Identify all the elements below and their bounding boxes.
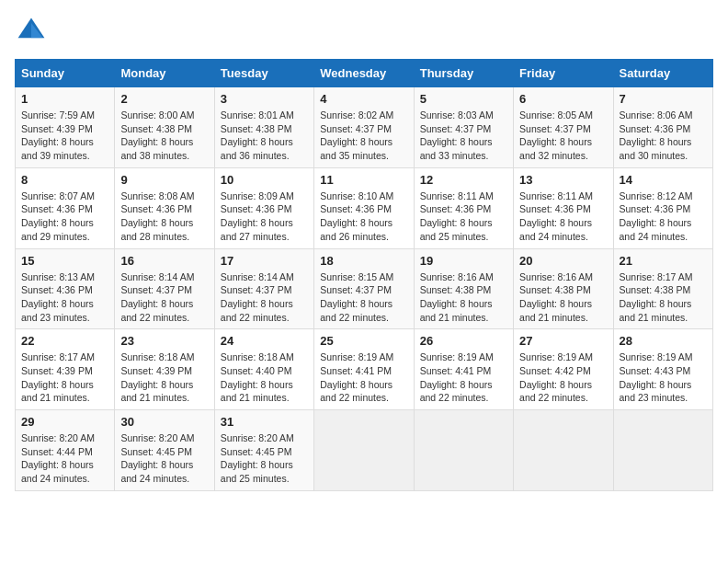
calendar-cell: 21 Sunrise: 8:17 AM Sunset: 4:38 PM Dayl… bbox=[613, 248, 712, 329]
calendar-cell: 16 Sunrise: 8:14 AM Sunset: 4:37 PM Dayl… bbox=[115, 248, 214, 329]
weekday-tuesday: Tuesday bbox=[214, 60, 313, 87]
day-detail: Sunrise: 8:13 AM Sunset: 4:36 PM Dayligh… bbox=[21, 270, 108, 325]
calendar-cell: 19 Sunrise: 8:16 AM Sunset: 4:38 PM Dayl… bbox=[414, 248, 513, 329]
day-detail: Sunrise: 8:12 AM Sunset: 4:36 PM Dayligh… bbox=[620, 190, 707, 244]
day-detail: Sunrise: 8:11 AM Sunset: 4:36 PM Dayligh… bbox=[420, 190, 507, 244]
calendar-cell: 26 Sunrise: 8:19 AM Sunset: 4:41 PM Dayl… bbox=[414, 329, 513, 410]
day-detail: Sunrise: 8:17 AM Sunset: 4:38 PM Dayligh… bbox=[620, 270, 707, 325]
day-detail: Sunrise: 8:08 AM Sunset: 4:36 PM Dayligh… bbox=[120, 190, 208, 244]
day-detail: Sunrise: 8:20 AM Sunset: 4:44 PM Dayligh… bbox=[21, 431, 108, 486]
day-detail: Sunrise: 8:07 AM Sunset: 4:36 PM Dayligh… bbox=[21, 190, 108, 244]
logo-icon bbox=[15, 15, 48, 48]
day-detail: Sunrise: 8:19 AM Sunset: 4:43 PM Dayligh… bbox=[620, 350, 707, 405]
day-detail: Sunrise: 7:59 AM Sunset: 4:39 PM Dayligh… bbox=[21, 109, 108, 163]
day-number: 3 bbox=[221, 92, 308, 106]
logo bbox=[15, 15, 51, 48]
day-number: 7 bbox=[620, 92, 707, 106]
day-number: 8 bbox=[21, 173, 108, 187]
weekday-header: SundayMondayTuesdayWednesdayThursdayFrid… bbox=[16, 60, 713, 87]
day-detail: Sunrise: 8:19 AM Sunset: 4:42 PM Dayligh… bbox=[519, 350, 607, 405]
calendar-cell: 23 Sunrise: 8:18 AM Sunset: 4:39 PM Dayl… bbox=[115, 329, 214, 410]
day-number: 28 bbox=[620, 334, 707, 348]
day-number: 2 bbox=[120, 92, 208, 106]
day-number: 17 bbox=[221, 254, 308, 268]
day-number: 25 bbox=[320, 334, 407, 348]
weekday-friday: Friday bbox=[514, 60, 613, 87]
day-number: 29 bbox=[21, 415, 108, 429]
day-number: 4 bbox=[320, 92, 407, 106]
calendar-cell: 3 Sunrise: 8:01 AM Sunset: 4:38 PM Dayli… bbox=[214, 87, 313, 168]
day-number: 9 bbox=[120, 173, 208, 187]
calendar-cell: 27 Sunrise: 8:19 AM Sunset: 4:42 PM Dayl… bbox=[514, 329, 613, 410]
calendar-cell: 17 Sunrise: 8:14 AM Sunset: 4:37 PM Dayl… bbox=[214, 248, 313, 329]
calendar-cell: 11 Sunrise: 8:10 AM Sunset: 4:36 PM Dayl… bbox=[314, 167, 414, 248]
day-number: 21 bbox=[620, 254, 707, 268]
calendar-week-1: 1 Sunrise: 7:59 AM Sunset: 4:39 PM Dayli… bbox=[16, 87, 713, 168]
calendar-week-5: 29 Sunrise: 8:20 AM Sunset: 4:44 PM Dayl… bbox=[16, 410, 713, 491]
calendar-cell: 28 Sunrise: 8:19 AM Sunset: 4:43 PM Dayl… bbox=[613, 329, 712, 410]
day-detail: Sunrise: 8:17 AM Sunset: 4:39 PM Dayligh… bbox=[21, 350, 108, 405]
calendar-cell: 14 Sunrise: 8:12 AM Sunset: 4:36 PM Dayl… bbox=[613, 167, 712, 248]
day-detail: Sunrise: 8:00 AM Sunset: 4:38 PM Dayligh… bbox=[120, 109, 208, 163]
day-detail: Sunrise: 8:14 AM Sunset: 4:37 PM Dayligh… bbox=[221, 270, 308, 325]
day-number: 26 bbox=[420, 334, 507, 348]
calendar-cell bbox=[514, 410, 613, 491]
calendar-cell: 15 Sunrise: 8:13 AM Sunset: 4:36 PM Dayl… bbox=[16, 248, 115, 329]
calendar-cell: 13 Sunrise: 8:11 AM Sunset: 4:36 PM Dayl… bbox=[514, 167, 613, 248]
calendar-cell: 31 Sunrise: 8:20 AM Sunset: 4:45 PM Dayl… bbox=[214, 410, 313, 491]
calendar-cell: 18 Sunrise: 8:15 AM Sunset: 4:37 PM Dayl… bbox=[314, 248, 414, 329]
day-detail: Sunrise: 8:16 AM Sunset: 4:38 PM Dayligh… bbox=[519, 270, 607, 325]
header bbox=[15, 15, 713, 48]
day-detail: Sunrise: 8:15 AM Sunset: 4:37 PM Dayligh… bbox=[320, 270, 407, 325]
calendar-week-3: 15 Sunrise: 8:13 AM Sunset: 4:36 PM Dayl… bbox=[16, 248, 713, 329]
day-number: 15 bbox=[21, 254, 108, 268]
calendar-cell: 30 Sunrise: 8:20 AM Sunset: 4:45 PM Dayl… bbox=[115, 410, 214, 491]
day-detail: Sunrise: 8:20 AM Sunset: 4:45 PM Dayligh… bbox=[221, 431, 308, 486]
weekday-monday: Monday bbox=[115, 60, 214, 87]
day-detail: Sunrise: 8:18 AM Sunset: 4:39 PM Dayligh… bbox=[120, 350, 208, 405]
day-detail: Sunrise: 8:14 AM Sunset: 4:37 PM Dayligh… bbox=[120, 270, 208, 325]
calendar-cell: 12 Sunrise: 8:11 AM Sunset: 4:36 PM Dayl… bbox=[414, 167, 513, 248]
day-number: 12 bbox=[420, 173, 507, 187]
calendar-cell: 6 Sunrise: 8:05 AM Sunset: 4:37 PM Dayli… bbox=[514, 87, 613, 168]
calendar-week-2: 8 Sunrise: 8:07 AM Sunset: 4:36 PM Dayli… bbox=[16, 167, 713, 248]
day-number: 30 bbox=[120, 415, 208, 429]
calendar-cell: 29 Sunrise: 8:20 AM Sunset: 4:44 PM Dayl… bbox=[16, 410, 115, 491]
calendar-cell: 1 Sunrise: 7:59 AM Sunset: 4:39 PM Dayli… bbox=[16, 87, 115, 168]
day-number: 18 bbox=[320, 254, 407, 268]
calendar-cell bbox=[414, 410, 513, 491]
weekday-saturday: Saturday bbox=[613, 60, 712, 87]
day-detail: Sunrise: 8:19 AM Sunset: 4:41 PM Dayligh… bbox=[420, 350, 507, 405]
day-number: 31 bbox=[221, 415, 308, 429]
calendar-cell: 4 Sunrise: 8:02 AM Sunset: 4:37 PM Dayli… bbox=[314, 87, 414, 168]
day-number: 22 bbox=[21, 334, 108, 348]
calendar-cell: 22 Sunrise: 8:17 AM Sunset: 4:39 PM Dayl… bbox=[16, 329, 115, 410]
calendar-cell: 10 Sunrise: 8:09 AM Sunset: 4:36 PM Dayl… bbox=[214, 167, 313, 248]
day-number: 11 bbox=[320, 173, 407, 187]
day-number: 13 bbox=[519, 173, 607, 187]
day-number: 16 bbox=[120, 254, 208, 268]
calendar-week-4: 22 Sunrise: 8:17 AM Sunset: 4:39 PM Dayl… bbox=[16, 329, 713, 410]
day-detail: Sunrise: 8:10 AM Sunset: 4:36 PM Dayligh… bbox=[320, 190, 407, 244]
day-number: 24 bbox=[221, 334, 308, 348]
weekday-thursday: Thursday bbox=[414, 60, 513, 87]
calendar-cell: 24 Sunrise: 8:18 AM Sunset: 4:40 PM Dayl… bbox=[214, 329, 313, 410]
day-detail: Sunrise: 8:20 AM Sunset: 4:45 PM Dayligh… bbox=[120, 431, 208, 486]
calendar-cell bbox=[613, 410, 712, 491]
calendar-table: SundayMondayTuesdayWednesdayThursdayFrid… bbox=[15, 59, 713, 491]
day-detail: Sunrise: 8:09 AM Sunset: 4:36 PM Dayligh… bbox=[221, 190, 308, 244]
calendar-cell: 5 Sunrise: 8:03 AM Sunset: 4:37 PM Dayli… bbox=[414, 87, 513, 168]
day-number: 23 bbox=[120, 334, 208, 348]
calendar-cell: 9 Sunrise: 8:08 AM Sunset: 4:36 PM Dayli… bbox=[115, 167, 214, 248]
day-detail: Sunrise: 8:03 AM Sunset: 4:37 PM Dayligh… bbox=[420, 109, 507, 163]
day-detail: Sunrise: 8:18 AM Sunset: 4:40 PM Dayligh… bbox=[221, 350, 308, 405]
day-detail: Sunrise: 8:19 AM Sunset: 4:41 PM Dayligh… bbox=[320, 350, 407, 405]
day-number: 20 bbox=[519, 254, 607, 268]
calendar-cell: 20 Sunrise: 8:16 AM Sunset: 4:38 PM Dayl… bbox=[514, 248, 613, 329]
day-detail: Sunrise: 8:02 AM Sunset: 4:37 PM Dayligh… bbox=[320, 109, 407, 163]
day-number: 6 bbox=[519, 92, 607, 106]
calendar-body: 1 Sunrise: 7:59 AM Sunset: 4:39 PM Dayli… bbox=[16, 87, 713, 491]
day-detail: Sunrise: 8:05 AM Sunset: 4:37 PM Dayligh… bbox=[519, 109, 607, 163]
day-detail: Sunrise: 8:16 AM Sunset: 4:38 PM Dayligh… bbox=[420, 270, 507, 325]
day-detail: Sunrise: 8:06 AM Sunset: 4:36 PM Dayligh… bbox=[620, 109, 707, 163]
